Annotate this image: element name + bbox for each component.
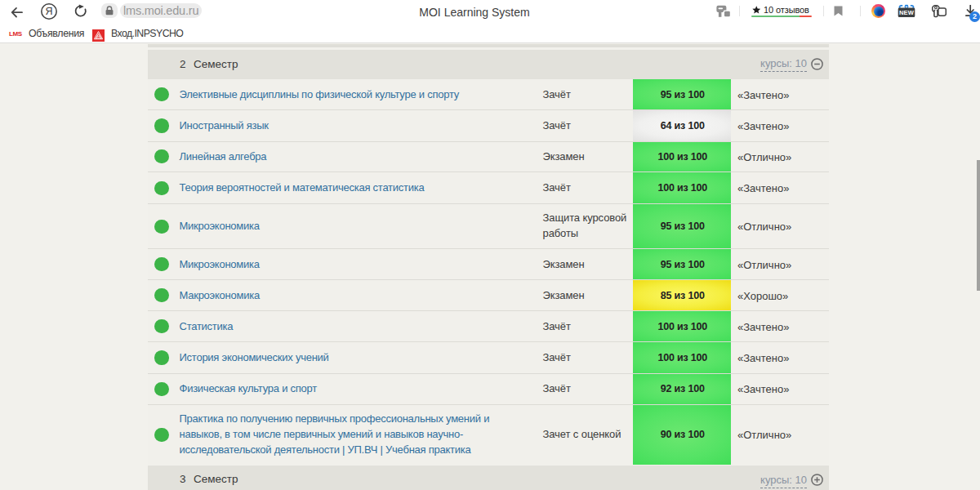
svg-text:Я: Я — [45, 6, 52, 17]
svg-text:NEW: NEW — [899, 9, 915, 16]
